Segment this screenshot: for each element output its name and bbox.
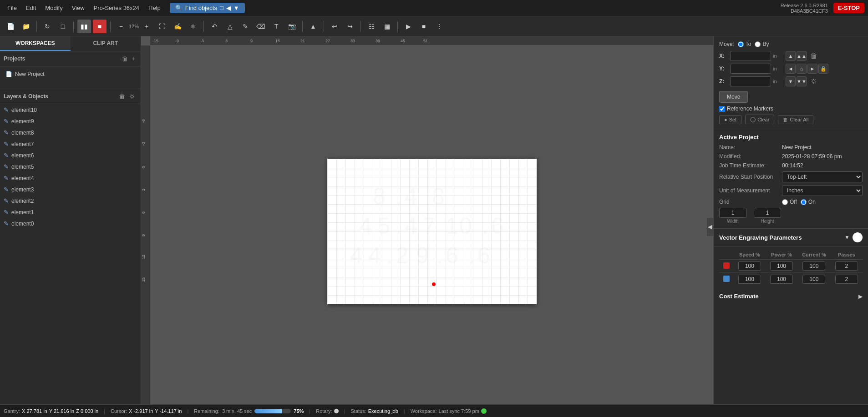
refresh-button[interactable]: ↻: [41, 20, 54, 33]
white-canvas[interactable]: 8 . 4 8 4 5 . 4 7 1 0 . 6: [327, 159, 537, 304]
layer-item-element3[interactable]: ✎ element3: [0, 184, 141, 195]
zoom-percent: 12%: [129, 24, 139, 29]
power-input-1[interactable]: [770, 261, 793, 271]
move-button[interactable]: Move: [719, 91, 748, 103]
stop-button[interactable]: ■: [93, 20, 107, 33]
move-by-radio[interactable]: [755, 41, 761, 47]
text-tool[interactable]: T: [269, 20, 283, 33]
select-tool[interactable]: ↶: [208, 20, 221, 33]
grid-width-input[interactable]: [719, 208, 746, 218]
clear-marker-button[interactable]: ◯ Clear: [745, 115, 774, 124]
layer-item-element1[interactable]: ✎ element1: [0, 206, 141, 218]
power-input-2[interactable]: [770, 275, 793, 284]
vector-engraving-toggle[interactable]: [853, 232, 863, 242]
menu-item-modify[interactable]: Modify: [41, 3, 66, 13]
view-button[interactable]: □: [56, 20, 70, 33]
grid-height-input[interactable]: [754, 208, 781, 218]
speed-input-2[interactable]: [738, 275, 761, 284]
collapse-right-panel-button[interactable]: ◀: [707, 218, 713, 236]
move-to-radio[interactable]: [738, 41, 744, 47]
move-to-label[interactable]: To: [738, 41, 751, 47]
fit-button[interactable]: ⛶: [155, 20, 169, 33]
clear-all-markers-button[interactable]: 🗑 Clear All: [778, 115, 813, 124]
vector-engraving-header[interactable]: Vector Engraving Parameters ▼: [714, 229, 868, 246]
y-input[interactable]: [730, 64, 771, 74]
layer-item-element5[interactable]: ✎ element5: [0, 161, 141, 172]
set-marker-button[interactable]: ● Set: [719, 115, 741, 124]
unit-select[interactable]: Inches Millimeters Centimeters: [782, 185, 863, 196]
node-tool[interactable]: ▲: [306, 20, 320, 33]
grid-toggle[interactable]: ☷: [365, 20, 378, 33]
rel-start-select[interactable]: Top-Left Top-Right Bottom-Left Bottom-Ri…: [782, 171, 863, 182]
layers-settings-button[interactable]: ⛭: [127, 92, 137, 101]
image-tool[interactable]: 📷: [285, 20, 299, 33]
menu-item-edit[interactable]: Edit: [22, 3, 40, 13]
send-button[interactable]: ▶: [401, 20, 415, 33]
menu-item-help[interactable]: Help: [145, 3, 164, 13]
x-up-button[interactable]: ▲: [786, 51, 796, 61]
pause-button[interactable]: ▮▮: [77, 20, 91, 33]
layers-delete-button[interactable]: 🗑: [117, 92, 127, 101]
layer-item-element10[interactable]: ✎ element10: [0, 104, 141, 116]
new-file-button[interactable]: 📄: [4, 20, 17, 33]
open-file-button[interactable]: 📁: [19, 20, 33, 33]
redo-button[interactable]: ↪: [343, 20, 357, 33]
config-button[interactable]: ⛭: [810, 77, 817, 85]
tab-clipart[interactable]: CLIP ART: [71, 36, 141, 51]
layer-toggle[interactable]: ▦: [380, 20, 394, 33]
grid-off-label[interactable]: Off: [782, 199, 797, 205]
layer-item-element6[interactable]: ✎ element6: [0, 150, 141, 161]
menu-item-proseries[interactable]: Pro-Series 36x24: [90, 3, 143, 13]
passes-input-1[interactable]: [835, 261, 858, 271]
estop-button[interactable]: E-STOP: [833, 3, 864, 13]
zoom-out-button[interactable]: −: [114, 20, 128, 33]
menu-item-view[interactable]: View: [68, 3, 88, 13]
y-lock-button[interactable]: 🔒: [818, 64, 828, 74]
canvas-area[interactable]: -15 -9 -3 3 9 15 21 27 33 39 45 51: [141, 36, 713, 417]
job-time-label: Job Time Estimate:: [719, 162, 778, 169]
y-home-button[interactable]: ⌂: [797, 64, 807, 74]
y-right-button[interactable]: ►: [807, 64, 817, 74]
x-up-large-button[interactable]: ▲▲: [797, 51, 807, 61]
x-input[interactable]: [730, 51, 771, 61]
menu-item-file[interactable]: File: [4, 3, 20, 13]
snap-button[interactable]: ⚛: [186, 20, 200, 33]
grid-off-radio[interactable]: [782, 199, 788, 205]
shape-tool[interactable]: △: [223, 20, 237, 33]
current-input-1[interactable]: [802, 261, 825, 271]
tab-workspaces[interactable]: WORKSPACES: [0, 36, 71, 51]
layer-item-element2[interactable]: ✎ element2: [0, 195, 141, 206]
move-by-label[interactable]: By: [755, 41, 769, 47]
ref-markers-checkbox[interactable]: [719, 106, 725, 112]
z-down-large-button[interactable]: ▼▼: [797, 76, 807, 86]
cost-estimate-row[interactable]: Cost Estimate ▶: [714, 289, 868, 303]
layer-item-element7[interactable]: ✎ element7: [0, 138, 141, 150]
current-input-2[interactable]: [802, 275, 825, 284]
z-down-button[interactable]: ▼: [786, 76, 796, 86]
projects-delete-button[interactable]: 🗑: [120, 54, 130, 63]
layer-item-element0[interactable]: ✎ element0: [0, 218, 141, 229]
passes-input-2[interactable]: [835, 275, 858, 284]
preview-button[interactable]: ■: [417, 20, 431, 33]
find-objects-dropdown[interactable]: ▼: [233, 5, 239, 11]
find-objects-button[interactable]: 🔍 Find objects □ ◀ ▼: [170, 3, 245, 13]
ref-markers-checkbox-label[interactable]: Reference Markers: [719, 106, 773, 112]
clear-x-button[interactable]: 🗑: [810, 52, 817, 60]
pen-tool[interactable]: ✎: [239, 20, 252, 33]
z-input[interactable]: [730, 76, 771, 86]
speed-input-1[interactable]: [738, 261, 761, 271]
toolbar-separator-3: [110, 21, 111, 32]
layer-item-element4[interactable]: ✎ element4: [0, 172, 141, 184]
layer-item-element8[interactable]: ✎ element8: [0, 127, 141, 138]
eraser-tool[interactable]: ⌫: [254, 20, 268, 33]
projects-add-button[interactable]: +: [130, 54, 137, 63]
layer-item-element9[interactable]: ✎ element9: [0, 116, 141, 127]
undo-button[interactable]: ↩: [328, 20, 341, 33]
zoom-in-button[interactable]: +: [140, 20, 153, 33]
project-new[interactable]: 📄 New Project: [0, 68, 141, 80]
hand-tool[interactable]: ✍: [171, 20, 184, 33]
grid-on-radio[interactable]: [801, 199, 807, 205]
y-left-button[interactable]: ◄: [786, 64, 796, 74]
grid-on-label[interactable]: On: [801, 199, 816, 205]
more-button[interactable]: ⋮: [432, 20, 446, 33]
